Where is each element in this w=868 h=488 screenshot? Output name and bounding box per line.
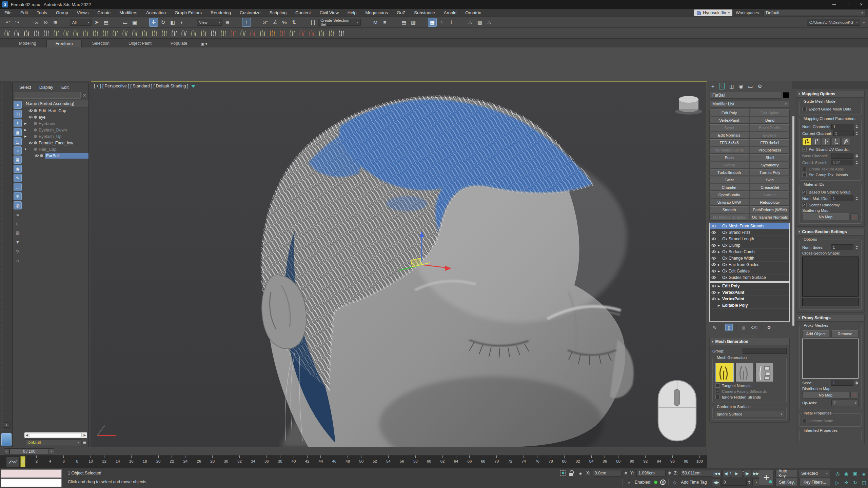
explorer-filter-icon[interactable]: ▤ xyxy=(14,229,22,237)
ornatrix-tool-icon[interactable] xyxy=(3,29,12,38)
modifier-button[interactable]: Chamfer xyxy=(709,184,749,191)
playback-button[interactable]: ◀| xyxy=(723,470,730,477)
key-selection-dropdown[interactable]: Selected xyxy=(799,470,830,477)
scattering-map-toggle[interactable]: ✓ xyxy=(850,214,859,220)
ornatrix-tool-icon[interactable] xyxy=(170,29,179,38)
distribution-map-button[interactable]: No Map xyxy=(802,392,849,399)
ornatrix-tool-icon[interactable] xyxy=(101,29,110,38)
modifier-stack-row[interactable]: ▶ Ox Edit Guides xyxy=(710,268,789,274)
viewport-nav-icon[interactable]: ◎ xyxy=(833,470,842,478)
prev-frame-button[interactable]: ‹ xyxy=(4,448,9,454)
toolbar-icon[interactable]: ⊕ xyxy=(223,18,232,27)
toolbar-icon[interactable]: ▤ xyxy=(102,18,111,27)
modifier-eye-icon[interactable] xyxy=(711,276,716,279)
ornatrix-tool-icon[interactable] xyxy=(13,29,21,38)
selection-lock-icon[interactable] xyxy=(568,470,575,476)
modifier-button[interactable]: CreaseSet xyxy=(750,184,790,191)
ornatrix-tool-icon[interactable] xyxy=(160,29,169,38)
ornatrix-tool-icon[interactable] xyxy=(62,29,71,38)
strand-group-islands-check[interactable]: Str. Group Tex. Islands xyxy=(802,172,859,177)
modifier-button[interactable]: OpenSubdiv xyxy=(709,191,749,198)
modifier-stack-row[interactable]: Ox Change Width xyxy=(710,255,789,262)
mesh-mode-proxy-button[interactable] xyxy=(735,363,754,382)
menu-item[interactable]: Arnold xyxy=(439,9,461,17)
mini-curve-editor-button[interactable] xyxy=(6,456,19,467)
distribution-map-toggle[interactable]: ✓ xyxy=(850,392,859,399)
toolbar-icon[interactable]: ▦ xyxy=(428,18,437,27)
toolbar-icon[interactable]: ▭ xyxy=(121,18,130,27)
modifier-button[interactable]: Symmetry xyxy=(750,162,790,168)
command-panel-tab[interactable]: ≈ xyxy=(719,83,725,89)
configure-modifier-sets-icon[interactable]: ⚙ xyxy=(765,324,773,331)
spinner[interactable] xyxy=(748,480,751,485)
explorer-hscrollbar[interactable]: ◀▶ xyxy=(24,432,87,438)
menu-item[interactable]: Customize xyxy=(235,9,265,17)
uv-mode-button-2[interactable] xyxy=(812,138,821,146)
menu-item[interactable]: Content xyxy=(291,9,315,17)
seed-field[interactable]: 1 xyxy=(831,380,853,386)
toolbar-icon[interactable]: View xyxy=(197,19,222,26)
ornatrix-tool-icon[interactable] xyxy=(337,29,346,38)
rollout-title[interactable]: Cross-Section Settings xyxy=(796,228,864,236)
explorer-menu[interactable]: Select xyxy=(16,84,35,90)
time-slider[interactable]: 0 / 100 xyxy=(9,448,49,454)
toolbar-icon[interactable]: ▥ xyxy=(409,18,418,27)
scene-object-row[interactable]: ▶ Eyebrow xyxy=(23,120,88,127)
toolbar-icon[interactable]: { } xyxy=(309,18,317,27)
next-frame-button[interactable]: › xyxy=(49,448,54,454)
scene-object-row[interactable]: FurBall xyxy=(23,152,88,159)
ornatrix-tool-icon[interactable] xyxy=(131,29,139,38)
user-account-menu[interactable]: Hyunsuk Jin▾ xyxy=(694,9,732,16)
object-name-field[interactable]: FurBall xyxy=(710,92,781,99)
toolbar-icon[interactable]: ↑ xyxy=(242,18,251,27)
checkbox[interactable] xyxy=(715,389,720,393)
toolbar-icon[interactable]: ♨ xyxy=(466,18,475,27)
modifier-stack-row[interactable]: ▶ VertexPaint xyxy=(710,296,789,302)
rollout-title[interactable]: Mesh Generation xyxy=(710,338,789,345)
add-time-tag[interactable]: Add Time Tag xyxy=(681,480,707,485)
pin-stack-icon[interactable]: ✎ xyxy=(711,324,718,331)
explorer-filter-icon[interactable]: ● xyxy=(14,101,22,109)
explorer-filter-icon[interactable]: □ xyxy=(14,220,22,228)
modifier-button[interactable]: Edit Normals xyxy=(709,132,749,139)
command-panel-tab[interactable]: ◉ xyxy=(739,83,743,89)
viewport-nav-icon[interactable]: ◉ xyxy=(842,470,850,478)
modifier-button[interactable]: Unwrap UVW xyxy=(709,199,749,206)
toolbar-icon[interactable]: % xyxy=(280,18,289,27)
ornatrix-tool-icon[interactable] xyxy=(42,29,51,38)
modifier-button[interactable]: Ox Rotate Strands xyxy=(709,214,749,221)
checkbox[interactable] xyxy=(715,395,720,399)
toolbar-icon[interactable] xyxy=(22,18,31,27)
toolbar-icon[interactable]: ▤ xyxy=(399,18,408,27)
isolate-selection-icon[interactable] xyxy=(560,470,566,476)
explorer-filter-icon[interactable]: ▽ xyxy=(14,247,22,255)
absolute-mode-icon[interactable]: ◈ xyxy=(577,470,584,476)
proxy-mesh-list[interactable] xyxy=(802,339,859,379)
toolbar-overflow-icon[interactable]: » xyxy=(862,20,865,25)
modifier-stack-row[interactable]: ▶ Editable Poly xyxy=(710,302,789,309)
remove-modifier-icon[interactable]: ⌫ xyxy=(751,324,758,331)
menu-item[interactable]: Substance xyxy=(410,9,439,17)
toolbar-icon[interactable]: ◧ xyxy=(168,18,177,27)
toolbar-icon[interactable]: ≡ xyxy=(380,18,389,27)
modifier-button[interactable]: PathDeform (WSM) xyxy=(750,206,790,213)
modifier-eye-icon[interactable] xyxy=(711,304,716,307)
toolbar-icon[interactable]: 3° xyxy=(261,18,270,27)
ornatrix-tool-icon[interactable] xyxy=(308,29,316,38)
viewport-label[interactable]: [ + ] [ Perspective ] [ Standard ] [ Def… xyxy=(94,84,196,88)
ribbon-tab[interactable]: Freeform xyxy=(46,40,82,47)
modifier-button[interactable]: Extrude xyxy=(750,132,790,139)
modifier-button[interactable]: FFD 3x3x3 xyxy=(709,139,749,146)
ornatrix-tool-icon[interactable] xyxy=(268,29,277,38)
explorer-filter-icon[interactable]: ⌂ xyxy=(14,256,22,264)
menu-item[interactable]: Ornatrix xyxy=(461,9,485,17)
toolbar-icon[interactable]: ↷ xyxy=(13,18,22,27)
viewport-layout-tab[interactable] xyxy=(1,433,12,446)
mesh-mode-hair-button[interactable] xyxy=(715,363,734,382)
viewport-nav-icon[interactable]: ✛ xyxy=(842,479,850,487)
modifier-eye-icon[interactable] xyxy=(711,224,716,228)
toolbar-icon[interactable]: ↶ xyxy=(3,18,12,27)
ornatrix-tool-icon[interactable] xyxy=(219,29,228,38)
modifier-button[interactable]: Ox Transfer Normals xyxy=(750,214,790,221)
toolbar-icon[interactable]: ✛ xyxy=(149,18,158,27)
